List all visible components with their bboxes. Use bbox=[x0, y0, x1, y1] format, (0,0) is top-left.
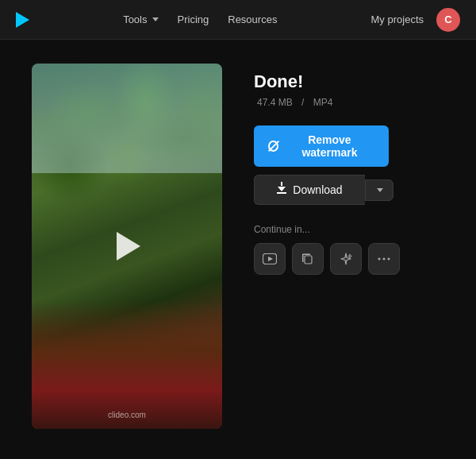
my-projects-link[interactable]: My projects bbox=[371, 14, 424, 25]
copy-icon bbox=[301, 253, 314, 265]
logo[interactable] bbox=[16, 12, 29, 28]
tools-label: Tools bbox=[123, 14, 147, 25]
video-panel: clideo.com bbox=[32, 64, 222, 429]
youtube-icon bbox=[263, 253, 277, 264]
download-button-wrap: Download bbox=[254, 175, 444, 205]
sky-area bbox=[32, 64, 222, 173]
download-chevron-icon bbox=[377, 188, 383, 192]
file-info: 47.4 MB / MP4 bbox=[254, 97, 444, 108]
main-content: clideo.com Done! 47.4 MB / MP4 Remove wa… bbox=[0, 40, 476, 459]
svg-point-4 bbox=[383, 258, 386, 260]
no-symbol-icon bbox=[268, 141, 278, 152]
continue-youtube-button[interactable] bbox=[254, 243, 286, 275]
tools-menu[interactable]: Tools bbox=[123, 14, 158, 25]
nav-right: My projects C bbox=[371, 8, 460, 32]
right-panel: Done! 47.4 MB / MP4 Remove watermark Dow… bbox=[254, 64, 444, 275]
continue-more-button[interactable] bbox=[368, 243, 400, 275]
play-button[interactable] bbox=[113, 232, 140, 260]
avatar[interactable]: C bbox=[436, 8, 460, 32]
sparkle-icon bbox=[340, 253, 352, 265]
more-icon bbox=[377, 256, 391, 261]
download-label: Download bbox=[293, 183, 342, 196]
nav-links: Tools Pricing Resources bbox=[123, 14, 277, 25]
logo-icon bbox=[16, 12, 29, 28]
file-separator: / bbox=[301, 97, 304, 108]
continue-icons bbox=[254, 243, 444, 275]
svg-marker-1 bbox=[268, 256, 273, 261]
resources-link[interactable]: Resources bbox=[228, 14, 277, 25]
navbar: Tools Pricing Resources My projects C bbox=[0, 0, 476, 40]
tools-chevron-icon bbox=[152, 17, 159, 21]
pricing-link[interactable]: Pricing bbox=[178, 14, 209, 25]
svg-rect-2 bbox=[305, 256, 312, 264]
done-title: Done! bbox=[254, 71, 444, 92]
watermark-text: clideo.com bbox=[108, 411, 146, 419]
download-button[interactable]: Download bbox=[254, 175, 365, 205]
download-icon bbox=[277, 187, 286, 194]
continue-label: Continue in... bbox=[254, 224, 444, 235]
svg-point-3 bbox=[378, 258, 381, 260]
video-thumbnail: clideo.com bbox=[32, 64, 222, 429]
remove-watermark-button[interactable]: Remove watermark bbox=[254, 125, 389, 167]
file-size: 47.4 MB bbox=[257, 97, 293, 108]
svg-point-5 bbox=[388, 258, 390, 260]
download-chevron-button[interactable] bbox=[365, 179, 393, 201]
file-format: MP4 bbox=[313, 97, 333, 108]
continue-copy-button[interactable] bbox=[292, 243, 324, 275]
remove-watermark-label: Remove watermark bbox=[285, 133, 374, 159]
continue-sparkle-button[interactable] bbox=[330, 243, 362, 275]
play-icon bbox=[117, 232, 140, 260]
